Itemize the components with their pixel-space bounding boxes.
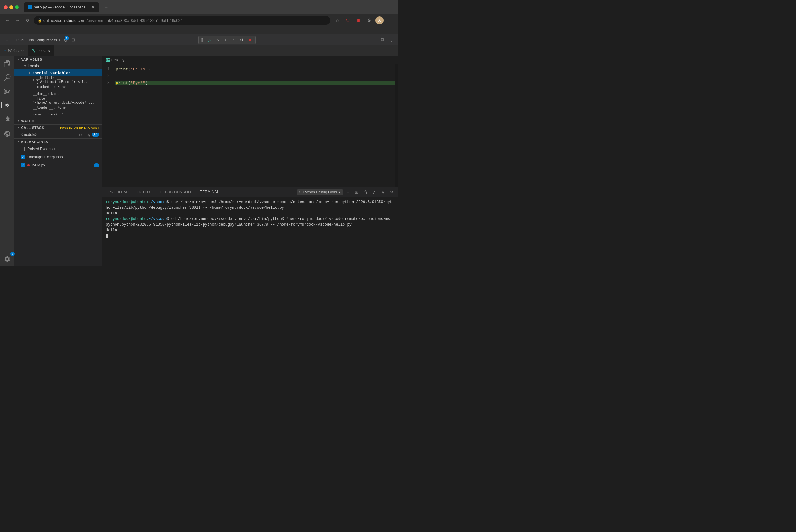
paren-close-3: ) [145,81,148,86]
welcome-tab[interactable]: ⌂ Welcome [0,45,28,56]
back-button[interactable]: ← [4,17,11,24]
editor-content[interactable]: 1 print("Hello") 2 3 ▶ print("Bye!") [102,64,398,187]
call-stack-section-header[interactable]: ▼ CALL STACK PAUSED ON BREAKPOINT [14,125,102,131]
raised-exceptions-checkbox[interactable] [21,147,25,151]
uncaught-exceptions-bp-item[interactable]: ✓ Uncaught Exceptions [14,153,102,161]
tab-title: hello.py — vscode [Codespace... [34,5,89,10]
maximize-traffic-light[interactable] [15,5,19,9]
close-traffic-light[interactable] [4,5,7,9]
variables-label: VARIABLES [21,58,42,61]
terminal-instance-select[interactable]: 2: Python Debug Cons ▼ [297,189,343,195]
user-avatar[interactable]: A [375,16,384,24]
debug-config-select[interactable]: No Configurations ▼ [30,38,61,42]
terminal-cursor [106,234,108,238]
hello-py-tab[interactable]: Py hello.py [28,45,55,56]
titlebar-right-actions: ⧉ … [379,37,395,43]
terminal-tab[interactable]: TERMINAL [196,187,223,197]
extensions-activity-icon[interactable] [1,113,14,125]
file-tree-item[interactable]: __file__: '/home/rorymurdock/vscode/h... [14,97,102,104]
string-hello: "Hello" [131,67,148,72]
new-terminal-button[interactable]: + [344,188,352,196]
restart-button[interactable]: ↺ [238,37,245,43]
address-bar-container: ← → ↻ 🔒 online.visualstudio.com /environ… [0,14,398,26]
search-activity-icon[interactable] [1,71,14,84]
term-dollar-1: $ [167,200,169,204]
call-stack-file-info: hello.py 3:1 [78,132,99,137]
bp-line-number: 3 [94,163,99,167]
minimize-traffic-light[interactable] [10,5,13,9]
close-panel-button[interactable]: ✕ [388,188,395,196]
forward-button[interactable]: → [14,17,21,24]
cached-tree-item[interactable]: __cached__: None [14,83,102,90]
scroll-up-button[interactable]: ∧ [370,188,378,196]
builtins-tree-item[interactable]: ▶ __builtins__: {'ArithmeticError': <cl.… [14,76,102,83]
extension2-button[interactable]: ◼ [354,16,363,25]
scroll-down-button[interactable]: ∨ [379,188,387,196]
hamburger-menu-icon[interactable]: ≡ [3,37,11,43]
extensions-button[interactable]: ⚙ [365,16,374,25]
vscode-tab-icon: ⌂ [27,5,32,10]
continue-button[interactable]: ▷ [206,37,212,43]
debug-console-tab[interactable]: DEBUG CONSOLE [156,187,196,197]
refresh-button[interactable]: ↻ [24,17,31,24]
breakpoints-section: ▼ BREAKPOINTS Raised Exceptions ✓ Uncaug… [14,138,102,169]
hello-py-bp-item[interactable]: ✓ hello.py 3 [14,161,102,169]
name-tree-item[interactable]: name : ' main ' [14,111,102,118]
hello-py-bp-checkbox[interactable]: ✓ [21,163,25,167]
step-into-button[interactable]: ↓ [222,37,229,43]
terminal-content[interactable]: rorymurdock@ubuntu:~/vscode$ env /usr/bi… [102,197,398,266]
browser-tab[interactable]: ⌂ hello.py — vscode [Codespace... ✕ [24,2,99,12]
kill-terminal-button[interactable]: 🗑 [362,188,369,196]
locals-tree-item[interactable]: ▼ Locals [14,62,102,70]
line-number-2: 2 [102,74,115,78]
problems-tab[interactable]: PROBLEMS [105,187,133,197]
run-button[interactable]: RUN [13,38,27,42]
settings-activity-icon[interactable]: 1 [1,253,14,265]
run-debug-activity-icon[interactable] [1,99,14,111]
hello-py-tab-label: hello.py [38,49,51,53]
stop-button[interactable]: ■ [246,37,253,43]
source-control-activity-icon[interactable] [1,85,14,98]
layout-icon[interactable]: ⊞ [71,38,75,42]
step-over-button[interactable]: ⤼ [214,37,221,43]
browser-actions: ☆ 🛡 ◼ ⚙ A ⋮ [333,16,394,25]
python-breadcrumb-icon: Py [106,58,110,62]
watch-section: ▼ WATCH [14,118,102,124]
config-label: No Configurations [30,38,57,42]
module-label: <module> [21,132,37,137]
menu-button[interactable]: ⋮ [386,16,394,25]
file-label: __file__: '/home/rorymurdock/vscode/h... [33,96,99,104]
split-editor-icon[interactable]: ⧉ [379,37,386,43]
special-variables-tree-item[interactable]: ▼ special variables [14,70,102,76]
special-vars-chevron-icon: ▼ [28,71,31,75]
breadcrumb-filename: hello.py [111,58,124,62]
activity-bar: 1 [0,56,14,266]
uncaught-exceptions-checkbox[interactable]: ✓ [21,155,25,159]
split-terminal-button[interactable]: ⊞ [353,188,360,196]
step-out-button[interactable]: ↑ [230,37,237,43]
watch-chevron-icon: ▼ [17,119,20,123]
new-tab-button[interactable]: + [102,3,111,12]
call-stack-module-item[interactable]: <module> hello.py 3:1 [14,131,102,138]
more-actions-icon[interactable]: … [388,37,395,43]
breakpoints-section-header[interactable]: ▼ BREAKPOINTS [14,139,102,145]
raised-exceptions-bp-item[interactable]: Raised Exceptions [14,145,102,153]
remote-activity-icon[interactable] [1,128,14,140]
bookmark-button[interactable]: ☆ [333,16,341,25]
url-bar[interactable]: 🔒 online.visualstudio.com /environment/4… [34,16,330,25]
tab-close-button[interactable]: ✕ [91,5,95,10]
line-number-3: 3 [102,81,115,85]
explorer-activity-icon[interactable] [1,58,14,70]
doc-tree-item[interactable]: __doc__: None [14,90,102,97]
notification-badge: 1 [64,36,69,40]
locals-label: Locals [28,64,39,68]
extension1-button[interactable]: 🛡 [344,16,352,25]
watch-section-header[interactable]: ▼ WATCH [14,118,102,124]
output-tab[interactable]: OUTPUT [133,187,156,197]
loader-tree-item[interactable]: __loader__: None [14,104,102,111]
variables-section-header[interactable]: ▼ VARIABLES [14,56,102,62]
settings-gear-badge[interactable]: ⚙ 1 [63,37,68,43]
locals-chevron-icon: ▼ [24,64,26,68]
problems-tab-label: PROBLEMS [108,190,129,194]
debug-arrow-icon: ▶ [116,80,118,86]
